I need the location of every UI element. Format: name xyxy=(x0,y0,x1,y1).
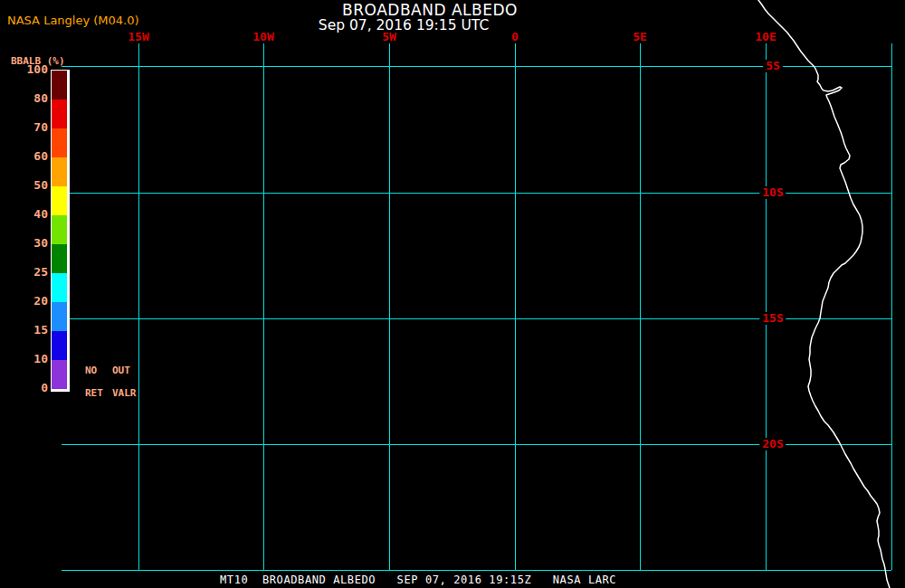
org-version-label: NASA Langley (M04.0) xyxy=(7,14,139,27)
colorbar-segment-4 xyxy=(52,186,67,215)
colorbar-tick-70: 70 xyxy=(19,121,48,134)
lon-label-15w: 15W xyxy=(127,31,149,43)
legend-no-label: NO xyxy=(85,365,97,376)
colorbar-segment-10 xyxy=(52,360,67,389)
colorbar-tick-25: 25 xyxy=(19,266,48,279)
colorbar-tick-20: 20 xyxy=(19,295,48,308)
legend-ret-label: RET xyxy=(85,387,103,399)
colorbar-tick-60: 60 xyxy=(19,150,48,163)
lat-label-5s: 5S xyxy=(763,60,783,72)
legend-out-label: OUT xyxy=(112,365,130,376)
lon-label-10w: 10W xyxy=(252,31,274,43)
colorbar-segment-9 xyxy=(52,331,67,360)
colorbar-tick-80: 80 xyxy=(19,92,48,105)
colorbar xyxy=(51,70,70,392)
legend-valr-label: VALR xyxy=(112,387,137,399)
albedo-map-screen: NASA Langley (M04.0) BROADBAND ALBEDO Se… xyxy=(0,0,905,588)
page-title: BROADBAND ALBEDO xyxy=(342,1,518,19)
colorbar-segment-8 xyxy=(52,302,67,331)
colorbar-tick-15: 15 xyxy=(19,324,48,337)
colorbar-segment-3 xyxy=(52,157,67,186)
datetime-subtitle: Sep 07, 2016 19:15 UTC xyxy=(319,17,489,33)
lon-label-0: 0 xyxy=(510,31,519,43)
colorbar-tick-30: 30 xyxy=(19,237,48,250)
colorbar-tick-100: 100 xyxy=(19,63,48,76)
colorbar-tick-40: 40 xyxy=(19,208,48,221)
colorbar-tick-50: 50 xyxy=(19,179,48,192)
lon-label-5e: 5E xyxy=(632,31,648,43)
colorbar-segment-7 xyxy=(52,273,67,302)
colorbar-segment-6 xyxy=(52,244,67,273)
colorbar-segment-2 xyxy=(52,128,67,157)
lon-label-5w: 5W xyxy=(381,31,397,43)
coastline xyxy=(758,0,890,588)
lat-label-10s: 10S xyxy=(759,186,786,199)
lat-label-20s: 20S xyxy=(759,438,786,450)
lon-label-10e: 10E xyxy=(754,31,776,43)
colorbar-tick-10: 10 xyxy=(19,353,48,365)
map-canvas xyxy=(0,0,905,588)
colorbar-tick-0: 0 xyxy=(19,382,48,394)
colorbar-segment-0 xyxy=(52,71,67,100)
colorbar-segment-5 xyxy=(52,215,67,244)
footer-caption: MT10 BROADBAND ALBEDO SEP 07, 2016 19:15… xyxy=(220,574,616,586)
lat-label-15s: 15S xyxy=(759,312,786,325)
colorbar-segment-1 xyxy=(52,100,67,128)
